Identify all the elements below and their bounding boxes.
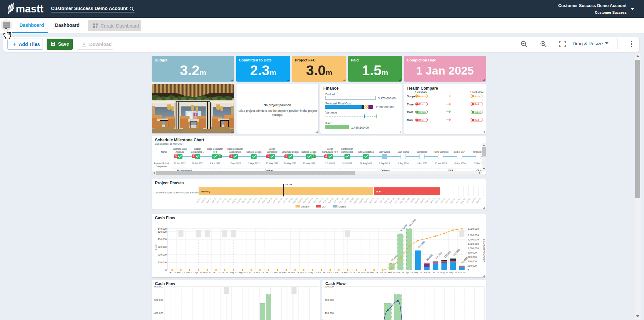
svg-text:Jul '23: Jul '23 — [327, 271, 333, 274]
svg-text:Jun '22: Jun '22 — [212, 271, 220, 274]
svg-text:Jun '23: Jun '23 — [221, 197, 227, 203]
svg-text:Oct '23: Oct '23 — [353, 271, 360, 274]
svg-text:Mar '23: Mar '23 — [291, 271, 299, 274]
svg-text:Mar '22: Mar '22 — [186, 271, 194, 274]
svg-text:500,000: 500,000 — [325, 299, 334, 302]
svg-text:Dec '22: Dec '22 — [265, 271, 273, 274]
svg-text:Mar '25: Mar '25 — [328, 197, 334, 204]
svg-text:Aug '22: Aug '22 — [230, 271, 238, 274]
svg-text:Jan '23: Jan '23 — [274, 271, 281, 274]
svg-text:Nov '22: Nov '22 — [256, 271, 264, 274]
svg-text:Jan '24: Jan '24 — [379, 271, 386, 274]
svg-text:DLP: DLP — [376, 190, 381, 193]
svg-text:600,000: 600,000 — [468, 256, 477, 259]
svg-text:Aug '24: Aug '24 — [440, 271, 448, 274]
svg-text:1,400,000: 1,400,000 — [468, 238, 479, 241]
svg-text:May '27: May '27 — [460, 197, 466, 204]
svg-text:200,000: 200,000 — [468, 264, 477, 267]
svg-text:May '22: May '22 — [203, 271, 211, 274]
svg-text:0: 0 — [165, 269, 167, 272]
svg-text:Apr '22: Apr '22 — [195, 271, 202, 274]
svg-text:800,000: 800,000 — [468, 251, 477, 254]
svg-text:Jun '27: Jun '27 — [466, 197, 471, 203]
svg-text:111,550: 111,550 — [434, 252, 443, 260]
svg-text:May '24: May '24 — [277, 197, 283, 204]
svg-text:May '25: May '25 — [338, 197, 344, 204]
svg-text:May '23: May '23 — [216, 197, 222, 204]
svg-text:Apr '24: Apr '24 — [406, 271, 413, 274]
svg-text:Feb '22: Feb '22 — [177, 271, 185, 274]
svg-text:Jan '22: Jan '22 — [168, 271, 176, 274]
svg-text:Mar '24: Mar '24 — [396, 271, 404, 274]
svg-text:1,200,000: 1,200,000 — [468, 242, 479, 245]
svg-text:500,000: 500,000 — [158, 230, 167, 233]
svg-text:1,600,000: 1,600,000 — [468, 234, 479, 237]
svg-text:93,500: 93,500 — [426, 254, 433, 262]
svg-text:Dec '23: Dec '23 — [252, 197, 258, 204]
svg-text:Sep '25: Sep '25 — [359, 197, 365, 204]
svg-text:Sep '23: Sep '23 — [236, 197, 242, 204]
svg-text:Dec '25: Dec '25 — [374, 197, 380, 204]
svg-text:Oct '22: Oct '22 — [248, 271, 255, 274]
svg-text:540,000: 540,000 — [158, 227, 167, 230]
svg-text:Sep '22: Sep '22 — [238, 271, 247, 274]
svg-text:Jun '25: Jun '25 — [343, 197, 349, 203]
svg-text:Sep '23: Sep '23 — [344, 271, 352, 274]
svg-text:150,000: 150,000 — [452, 248, 461, 257]
svg-text:Sep '24: Sep '24 — [297, 197, 303, 204]
svg-text:Oct '24: Oct '24 — [458, 271, 466, 274]
svg-text:255,000: 255,000 — [417, 240, 426, 249]
svg-text:TODAY: TODAY — [284, 183, 292, 186]
svg-text:200,000: 200,000 — [158, 253, 167, 256]
svg-text:Dec '23: Dec '23 — [370, 271, 378, 274]
svg-text:$ Cumulative Overlay: $ Cumulative Overlay — [483, 239, 485, 262]
svg-text:128,500: 128,500 — [443, 250, 452, 259]
svg-text:Closed: Closed — [338, 205, 346, 208]
svg-text:Aug '27: Aug '27 — [476, 197, 482, 204]
svg-text:Dec '24: Dec '24 — [313, 197, 319, 204]
svg-text:Mar '23: Mar '23 — [206, 197, 212, 204]
svg-text:May '26: May '26 — [399, 197, 405, 204]
svg-text:Dec '26: Dec '26 — [435, 197, 441, 204]
svg-text:Sep '24: Sep '24 — [449, 271, 457, 274]
svg-text:Mar '27: Mar '27 — [450, 197, 456, 204]
svg-text:Jun '26: Jun '26 — [405, 197, 410, 203]
svg-text:400,000: 400,000 — [468, 260, 477, 263]
svg-text:Mar '24: Mar '24 — [267, 197, 273, 204]
svg-text:Jun '23: Jun '23 — [318, 271, 325, 274]
svg-text:300,000: 300,000 — [158, 245, 167, 248]
svg-text:500,000: 500,000 — [154, 299, 163, 302]
svg-text:Aug '23: Aug '23 — [335, 271, 343, 274]
svg-text:400,000: 400,000 — [325, 312, 334, 315]
svg-text:Jun '24: Jun '24 — [282, 197, 288, 203]
svg-text:Jul '24: Jul '24 — [432, 271, 439, 274]
svg-text:Feb '24: Feb '24 — [388, 271, 395, 274]
svg-text:400,000: 400,000 — [154, 312, 163, 315]
svg-text:1,900,000: 1,900,000 — [468, 227, 479, 230]
svg-text:Delivery: Delivery — [301, 205, 310, 208]
svg-text:600,000: 600,000 — [325, 285, 334, 288]
svg-text:Jun '24: Jun '24 — [423, 271, 430, 274]
svg-text:Mar '26: Mar '26 — [389, 197, 395, 204]
svg-text:Feb '23: Feb '23 — [282, 271, 290, 274]
svg-text:100,000: 100,000 — [158, 261, 167, 264]
svg-text:DLP: DLP — [322, 205, 326, 208]
svg-text:540,000: 540,000 — [408, 219, 417, 227]
svg-text:Nov '23: Nov '23 — [361, 271, 369, 274]
svg-text:Jul '22: Jul '22 — [221, 271, 228, 274]
svg-text:Sep '26: Sep '26 — [420, 197, 426, 204]
svg-text:$ Bar: $ Bar — [155, 244, 157, 250]
svg-text:0: 0 — [468, 269, 469, 272]
svg-text:600,000: 600,000 — [154, 285, 163, 288]
svg-text:1,000,000: 1,000,000 — [468, 247, 479, 250]
svg-text:85,000: 85,000 — [391, 254, 398, 262]
svg-text:400,000: 400,000 — [158, 238, 167, 241]
svg-text:May '24: May '24 — [414, 271, 422, 274]
svg-text:May '23: May '23 — [309, 271, 317, 274]
svg-text:Delivery: Delivery — [201, 190, 210, 193]
svg-text:Apr '23: Apr '23 — [300, 271, 308, 274]
